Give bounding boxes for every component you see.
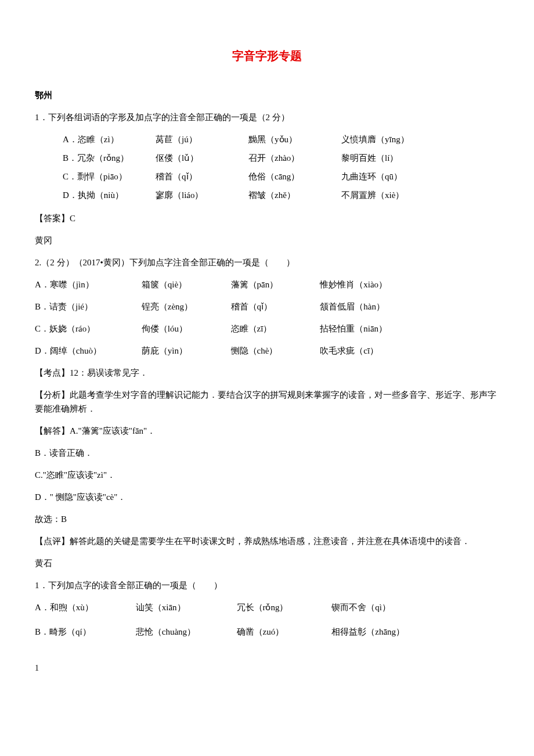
q3-a-3: 冗长（rǒng） — [237, 600, 330, 614]
q2-a-3: 藩篱（pān） — [231, 278, 318, 291]
q2-d-4: 吹毛求疵（cī） — [320, 344, 436, 358]
main-title: 字音字形专题 — [35, 46, 499, 65]
q2-c-1: C．妖娆（ráo） — [35, 322, 139, 336]
q1-c-4: 九曲连环（qū） — [341, 170, 457, 183]
q2-c-3: 恣睢（zī） — [231, 322, 318, 336]
q2-c-2: 佝偻（lóu） — [142, 322, 229, 336]
q1-answer: 【答案】C — [35, 211, 499, 225]
q2-option-c: C．妖娆（ráo） 佝偻（lóu） 恣睢（zī） 拈轻怕重（niān） — [35, 322, 499, 336]
q1-d-4: 不屑置辨（xiè） — [341, 188, 457, 202]
q1-a-4: 义愤填膺（yīng） — [341, 132, 457, 146]
page-number: 1 — [35, 662, 499, 675]
q2-option-d: D．阔绰（chuò） 荫庇（yìn） 恻隐（chè） 吹毛求疵（cī） — [35, 344, 499, 358]
q1-b-1: B．冗杂（rǒng） — [63, 151, 156, 165]
section-header-ezhou: 鄂州 — [35, 88, 499, 102]
q1-b-4: 黎明百姓（lí） — [341, 151, 457, 165]
q2-c-4: 拈轻怕重（niān） — [320, 322, 436, 336]
q1-option-b: B．冗杂（rǒng） 伛偻（lǔ） 召开（zhào） 黎明百姓（lí） — [63, 151, 499, 165]
q2-dianping: 【点评】解答此题的关键是需要学生在平时读课文时，养成熟练地语感，注意读音，并注意… — [35, 534, 499, 548]
q1-a-2: 莴苣（jú） — [156, 132, 248, 146]
q1-option-d: D．执拗（niù） 寥廓（liáo） 褶皱（zhě） 不屑置辨（xiè） — [63, 188, 499, 202]
q2-d-1: D．阔绰（chuò） — [35, 344, 139, 358]
q1-c-1: C．剽悍（piāo） — [63, 170, 156, 183]
q1-option-a: A．恣睢（zì） 莴苣（jú） 黝黑（yǒu） 义愤填膺（yīng） — [63, 132, 499, 146]
q3-option-b: B．畸形（qí） 悲怆（chuàng） 确凿（zuó） 相得益彰（zhāng） — [35, 625, 499, 639]
q2-kaodian: 【考点】12：易误读常见字． — [35, 366, 499, 380]
q3-b-2: 悲怆（chuàng） — [136, 625, 234, 639]
q2-a-4: 惟妙惟肖（xiào） — [320, 278, 436, 291]
q3-a-4: 锲而不舍（qì） — [331, 600, 448, 614]
q2-b-2: 锃亮（zèng） — [142, 300, 229, 314]
q1-c-3: 伧俗（cāng） — [248, 170, 341, 183]
q1-b-3: 召开（zhào） — [248, 151, 341, 165]
q2-jieda-a: 【解答】A."藩篱"应该读"fān"． — [35, 424, 499, 438]
q2-jieda-b: B．读音正确． — [35, 446, 499, 460]
q2-a-1: A．寒噤（jìn） — [35, 278, 139, 291]
q1-a-1: A．恣睢（zì） — [63, 132, 156, 146]
q2-option-b: B．诘责（jié） 锃亮（zèng） 稽首（qǐ） 颔首低眉（hàn） — [35, 300, 499, 314]
q3-a-2: 讪笑（xiān） — [136, 600, 234, 614]
q1-c-2: 稽首（qǐ） — [156, 170, 248, 183]
q2-jieda-d: D．" 恻隐"应该读"cè"． — [35, 490, 499, 504]
q2-jieda-ans: 故选：B — [35, 512, 499, 526]
q2-option-a: A．寒噤（jìn） 箱箧（qiè） 藩篱（pān） 惟妙惟肖（xiào） — [35, 278, 499, 291]
q1-question: 1．下列各组词语的字形及加点字的注音全部正确的一项是（2 分） — [35, 110, 499, 124]
q2-d-2: 荫庇（yìn） — [142, 344, 229, 358]
q3-b-4: 相得益彰（zhāng） — [331, 625, 448, 639]
q2-b-4: 颔首低眉（hàn） — [320, 300, 436, 314]
q1-b-2: 伛偻（lǔ） — [156, 151, 248, 165]
q3-question: 1．下列加点字的读音全部正确的一项是（ ） — [35, 578, 499, 592]
q2-jieda-c: C."恣睢"应该读"zì"． — [35, 468, 499, 482]
q2-question: 2.（2 分）（2017•黄冈）下列加点字注音全部正确的一项是（ ） — [35, 255, 499, 269]
q2-fenxi: 【分析】此题考查学生对字音的理解识记能力．要结合汉字的拼写规则来掌握字的读音，对… — [35, 388, 499, 416]
q3-b-3: 确凿（zuó） — [237, 625, 330, 639]
q2-b-3: 稽首（qǐ） — [231, 300, 318, 314]
q1-d-1: D．执拗（niù） — [63, 188, 156, 202]
q1-option-c: C．剽悍（piāo） 稽首（qǐ） 伧俗（cāng） 九曲连环（qū） — [63, 170, 499, 183]
q3-b-1: B．畸形（qí） — [35, 625, 134, 639]
q1-d-2: 寥廓（liáo） — [156, 188, 248, 202]
section-header-huanggang: 黄冈 — [35, 233, 499, 247]
q2-d-3: 恻隐（chè） — [231, 344, 318, 358]
q3-option-a: A．和煦（xù） 讪笑（xiān） 冗长（rǒng） 锲而不舍（qì） — [35, 600, 499, 614]
section-header-huangshi: 黄石 — [35, 556, 499, 570]
q2-a-2: 箱箧（qiè） — [142, 278, 229, 291]
q3-a-1: A．和煦（xù） — [35, 600, 134, 614]
q1-d-3: 褶皱（zhě） — [248, 188, 341, 202]
q2-b-1: B．诘责（jié） — [35, 300, 139, 314]
q1-a-3: 黝黑（yǒu） — [248, 132, 341, 146]
